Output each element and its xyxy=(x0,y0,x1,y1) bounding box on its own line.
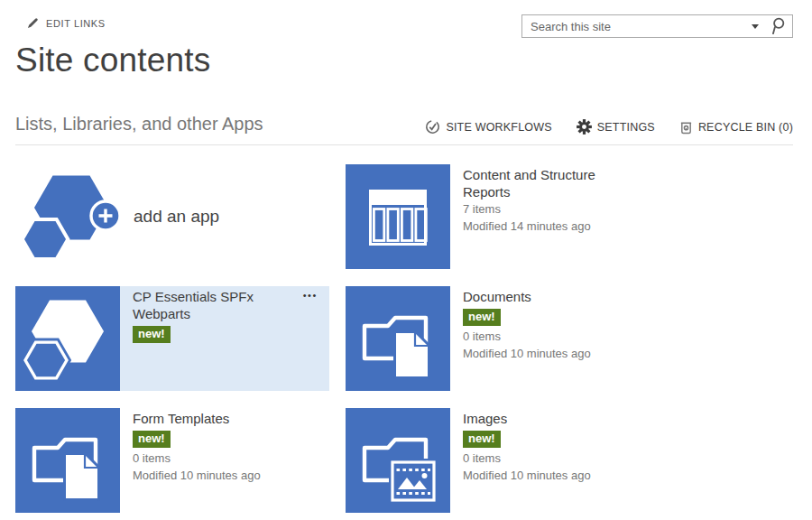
circle-check-icon xyxy=(425,119,440,135)
add-app-hexagons-icon xyxy=(15,164,120,269)
tile-documents[interactable]: Documents new! 0 items Modified 10 minut… xyxy=(346,286,660,391)
tile-images[interactable]: Images new! 0 items Modified 10 minutes … xyxy=(346,408,660,513)
site-workflows-label: SITE WORKFLOWS xyxy=(446,121,551,134)
tile-title: Images xyxy=(463,410,623,427)
new-badge: new! xyxy=(463,431,501,448)
recycle-bin-icon xyxy=(679,119,693,135)
new-badge: new! xyxy=(463,309,501,326)
site-contents-page: { "header": { "edit_links": "EDIT LINKS"… xyxy=(0,0,812,520)
tile-ellipsis-menu[interactable]: ••• xyxy=(303,287,318,304)
tile-add-an-app[interactable]: add an app xyxy=(15,164,329,269)
edit-links-button[interactable]: EDIT LINKS xyxy=(27,17,106,29)
folder-picture-icon xyxy=(346,408,450,513)
site-workflows-button[interactable]: SITE WORKFLOWS xyxy=(425,119,551,135)
tile-modified: Modified 14 minutes ago xyxy=(463,218,643,235)
section-header: Lists, Libraries, and other Apps SITE WO… xyxy=(15,114,793,145)
tile-title: Documents xyxy=(463,288,623,305)
tile-item-count: 0 items xyxy=(463,450,643,467)
folder-document-icon xyxy=(346,286,450,391)
search-scope-dropdown-icon[interactable] xyxy=(752,24,759,29)
tile-item-count: 0 items xyxy=(463,328,643,345)
tile-modified: Modified 10 minutes ago xyxy=(463,345,643,362)
tile-modified: Modified 10 minutes ago xyxy=(133,467,313,484)
search-input[interactable] xyxy=(522,20,746,33)
section-title: Lists, Libraries, and other Apps xyxy=(15,114,263,135)
new-badge: new! xyxy=(133,431,171,448)
hexagon-app-icon xyxy=(15,286,120,391)
folder-document-icon xyxy=(15,408,120,513)
search-icon[interactable] xyxy=(769,16,786,36)
edit-links-label: EDIT LINKS xyxy=(46,18,106,29)
app-tiles-grid: add an app Content and Structure Reports… xyxy=(15,164,660,513)
recycle-bin-label: RECYCLE BIN (0) xyxy=(698,121,793,134)
settings-button[interactable]: SETTINGS xyxy=(577,119,655,135)
tile-title: CP Essentials SPFx Webparts xyxy=(133,288,293,322)
tile-item-count: 0 items xyxy=(133,450,313,467)
tile-form-templates[interactable]: Form Templates new! 0 items Modified 10 … xyxy=(15,408,329,513)
section-actions: SITE WORKFLOWS xyxy=(425,119,793,135)
settings-label: SETTINGS xyxy=(597,121,655,134)
recycle-bin-button[interactable]: RECYCLE BIN (0) xyxy=(679,119,793,135)
tile-content-and-structure-reports[interactable]: Content and Structure Reports 7 items Mo… xyxy=(346,164,660,269)
pencil-icon xyxy=(27,17,39,29)
new-badge: new! xyxy=(133,326,171,343)
search-box xyxy=(521,14,793,38)
tile-title: Form Templates xyxy=(133,410,293,427)
tile-cp-essentials-spfx-webparts[interactable]: CP Essentials SPFx Webparts new! ••• xyxy=(15,286,329,391)
tile-modified: Modified 10 minutes ago xyxy=(463,467,643,484)
tile-item-count: 7 items xyxy=(463,200,643,218)
table-report-icon xyxy=(346,164,450,269)
gear-icon xyxy=(577,119,592,135)
tile-title: add an app xyxy=(134,207,219,227)
tile-title: Content and Structure Reports xyxy=(463,166,623,200)
page-title: Site contents xyxy=(15,42,211,79)
